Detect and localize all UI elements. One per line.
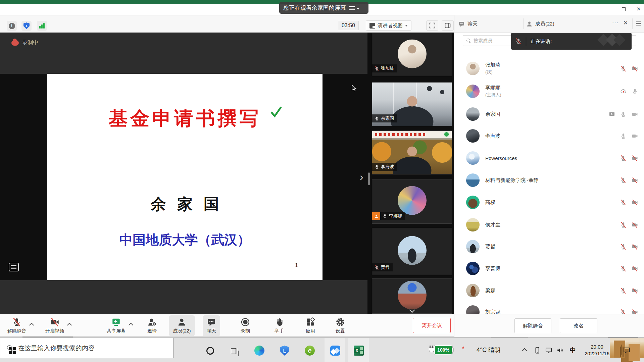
control-cam-off[interactable]: 开启视频 xyxy=(41,315,68,336)
mic-muted-icon xyxy=(620,155,627,161)
scroll-more-chevron-icon[interactable] xyxy=(410,307,414,312)
cam-off-icon xyxy=(50,317,59,327)
action-center-button[interactable] xyxy=(623,347,631,354)
toggle-side-panel-button[interactable] xyxy=(442,20,454,31)
avatar xyxy=(466,85,480,98)
slide-page-number: 1 xyxy=(295,262,298,268)
meeting-info-button[interactable]: i xyxy=(7,21,17,31)
member-row[interactable]: 高权 xyxy=(454,195,644,210)
toast-divider xyxy=(526,37,526,46)
weather-moon-icon[interactable] xyxy=(465,347,473,355)
meeting-security-button[interactable]: + xyxy=(21,21,32,31)
chevron-up-icon[interactable] xyxy=(30,322,33,326)
search-icon xyxy=(466,39,471,43)
video-thumbnail[interactable]: 余家国 xyxy=(372,82,452,126)
ime-indicator[interactable]: 中 xyxy=(570,346,576,354)
member-status-icons xyxy=(620,222,638,228)
network-quality-button[interactable] xyxy=(37,21,47,31)
view-mode-dropdown[interactable]: 演讲者视图 xyxy=(366,20,411,31)
annotation-tools-button[interactable] xyxy=(9,263,19,271)
leave-meeting-button[interactable]: 离开会议 xyxy=(413,318,451,333)
panel-close-button[interactable]: ✕ xyxy=(623,19,628,27)
show-desktop-divider[interactable] xyxy=(640,338,640,362)
weather-alert-dot xyxy=(462,347,465,349)
video-thumbnail[interactable]: 贾哲 xyxy=(372,228,452,275)
member-row[interactable]: 李娜娜(主持人) xyxy=(454,81,644,102)
control-members[interactable]: 成员(22) xyxy=(169,315,195,336)
control-apps[interactable]: 应用 xyxy=(302,315,319,336)
member-row[interactable]: 贾哲 xyxy=(454,239,644,254)
member-row[interactable]: 梁森 xyxy=(454,283,644,298)
member-name: 李海波 xyxy=(485,133,500,139)
battery-indicator[interactable]: 100% xyxy=(429,345,454,355)
tab-chat[interactable]: 聊天 xyxy=(458,15,478,33)
taskbar-clock[interactable]: 20:00 2022/11/16 xyxy=(579,344,615,357)
member-row[interactable]: 材料与新能源学院~聂静 xyxy=(454,173,644,188)
tab-members[interactable]: 成员(22) xyxy=(526,15,554,33)
excel-button[interactable] xyxy=(353,345,364,356)
cam-off-icon xyxy=(632,309,638,314)
close-button[interactable]: ✕ xyxy=(634,5,644,13)
video-thumbnail[interactable]: 张加琦 xyxy=(372,34,452,76)
control-invite[interactable]: 邀请 xyxy=(143,315,161,336)
unmute-button[interactable]: 解除静音 xyxy=(514,318,551,333)
green-e-browser-button[interactable]: e xyxy=(304,345,315,356)
fullscreen-button[interactable] xyxy=(426,20,438,31)
next-page-arrow[interactable]: › xyxy=(360,171,363,182)
more-options-button[interactable]: ··· xyxy=(612,20,618,26)
member-status-icons xyxy=(620,65,638,72)
chevron-up-icon[interactable] xyxy=(67,322,71,326)
member-role: (我) xyxy=(485,69,500,75)
video-thumbnail[interactable] xyxy=(372,278,452,314)
member-status-icons xyxy=(620,133,638,139)
network-button[interactable] xyxy=(545,347,552,354)
member-row[interactable]: 侯才生 xyxy=(454,217,644,232)
speaker-icon xyxy=(556,347,564,354)
video-thumbnail[interactable]: 李海波 xyxy=(372,131,452,174)
phone-link-button[interactable] xyxy=(534,347,541,354)
view-mode-label: 演讲者视图 xyxy=(378,22,403,29)
lenovo-app-button[interactable]: L xyxy=(279,345,290,356)
weather-label[interactable]: 4°C 晴朗 xyxy=(477,346,500,354)
member-row[interactable]: 刘宗冠 xyxy=(454,305,644,314)
chevron-up-icon[interactable] xyxy=(129,322,133,326)
avatar xyxy=(398,236,427,265)
control-label: 解除静音 xyxy=(7,328,26,334)
thumbnail-name-label: 李娜娜 xyxy=(372,212,405,220)
banner-menu-icon[interactable] xyxy=(349,6,355,10)
volume-button[interactable] xyxy=(556,347,564,354)
member-name: 张加琦 xyxy=(485,62,500,68)
control-record[interactable]: 录制 xyxy=(237,315,254,336)
member-row[interactable]: 余家国 xyxy=(454,107,644,121)
cortana-button[interactable] xyxy=(205,345,215,356)
header-divider xyxy=(523,18,524,29)
control-mic-muted[interactable]: 解除静音 xyxy=(3,315,30,336)
member-row[interactable]: 张加琦(我) xyxy=(454,58,644,79)
watching-screen-banner[interactable]: 您正在观看余家国的屏幕 xyxy=(279,2,368,14)
panel-menu-icon[interactable] xyxy=(636,21,641,25)
task-view-button[interactable] xyxy=(229,345,240,356)
mic-muted-icon xyxy=(620,309,627,314)
control-chat[interactable]: 聊天 xyxy=(203,315,220,336)
member-row[interactable]: Powersources xyxy=(454,151,644,165)
member-row[interactable]: 李海波 xyxy=(454,128,644,143)
member-row[interactable]: 李普博 xyxy=(454,261,644,276)
maximize-button[interactable] xyxy=(618,5,629,13)
edge-browser-button[interactable] xyxy=(254,345,265,356)
video-banner xyxy=(372,131,452,138)
mic-on-icon xyxy=(375,116,379,121)
member-list: 张加琦(我)李娜娜(主持人)余家国李海波Powersources材料与新能源学院… xyxy=(454,47,644,314)
windows-taskbar: 在这里输入你要搜索的内容 L e 100% 4°C 晴朗 中 20:0 xyxy=(0,338,644,362)
thumbnail-scrollbar[interactable] xyxy=(368,172,370,185)
control-share-screen[interactable]: 共享屏幕 xyxy=(103,315,130,336)
tray-overflow-chevron[interactable] xyxy=(522,348,527,352)
video-thumbnail[interactable]: 李娜娜 xyxy=(372,179,452,224)
phone-icon xyxy=(534,347,541,354)
taskbar-search-box[interactable]: 在这里输入你要搜索的内容 xyxy=(0,338,174,358)
rename-button[interactable]: 改名 xyxy=(560,318,597,333)
control-raise-hand[interactable]: 举手 xyxy=(270,315,288,336)
control-settings[interactable]: 设置 xyxy=(332,315,349,336)
minimize-button[interactable]: — xyxy=(603,5,613,13)
avatar xyxy=(466,218,480,231)
meeting-app-button[interactable] xyxy=(330,345,341,356)
